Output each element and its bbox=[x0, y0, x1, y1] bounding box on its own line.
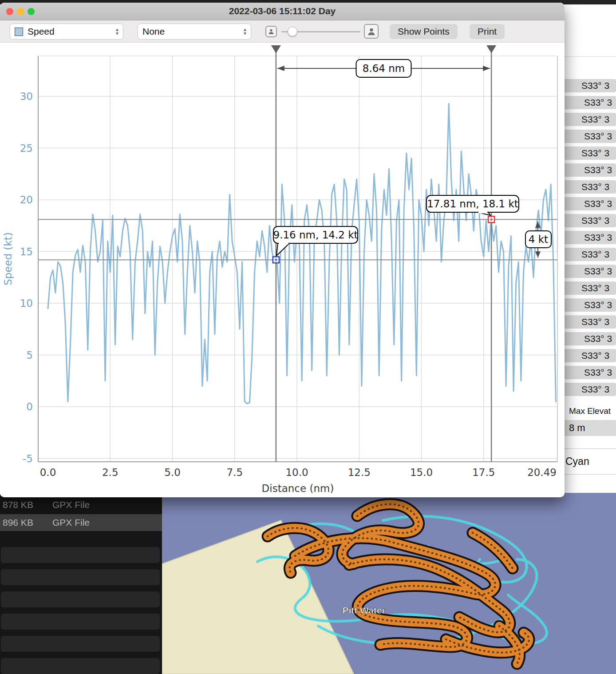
marker-handle[interactable] bbox=[271, 45, 281, 53]
coordinate-row[interactable]: S33° 3 bbox=[559, 298, 616, 312]
x-tick-label: 20.49 bbox=[527, 467, 557, 478]
coordinate-row[interactable]: S33° 3 bbox=[559, 383, 616, 396]
y-tick-label: 0 bbox=[26, 401, 33, 412]
file-row-placeholder[interactable] bbox=[1, 547, 160, 563]
file-list-panel: 878 KBGPX File896 KBGPX File bbox=[0, 493, 162, 674]
x-tick-label: 17.5 bbox=[472, 467, 495, 478]
x-tick-label: 5.0 bbox=[164, 467, 181, 478]
file-size: 896 KB bbox=[3, 514, 33, 531]
chevron-up-down-icon: ▴▾ bbox=[238, 28, 246, 36]
coordinate-row[interactable]: S33° 3 bbox=[559, 281, 616, 295]
coordinate-row[interactable]: S33° 3 bbox=[559, 180, 616, 194]
series-select[interactable]: Speed ▴▾ bbox=[10, 24, 123, 40]
arrowhead-left bbox=[277, 66, 284, 71]
panel-divider bbox=[559, 448, 616, 449]
max-elevation-label: Max Elevat bbox=[569, 406, 611, 416]
arrowhead-down bbox=[535, 251, 541, 258]
speed-series bbox=[48, 103, 556, 404]
y-tick-label: 30 bbox=[20, 91, 33, 102]
coordinate-row[interactable]: S33° 3 bbox=[559, 366, 616, 379]
toolbar: Speed ▴▾ None ▴▾ Show Points Print bbox=[0, 20, 565, 43]
y-axis-title: Speed (kt) bbox=[2, 232, 14, 285]
file-row-placeholder[interactable] bbox=[1, 591, 160, 607]
coordinate-row[interactable]: S33° 3 bbox=[559, 96, 616, 109]
coordinate-row[interactable]: S33° 3 bbox=[559, 197, 616, 210]
y-tick-label: 5 bbox=[26, 349, 33, 361]
x-tick-label: 0.0 bbox=[40, 467, 56, 478]
coordinate-row[interactable]: S33° 3 bbox=[559, 79, 616, 92]
marker-handle[interactable] bbox=[486, 45, 496, 53]
marker-callout-label: 9.16 nm, 14.2 kt bbox=[273, 229, 358, 241]
file-row-placeholder[interactable] bbox=[1, 614, 160, 630]
y-tick-label: 15 bbox=[20, 246, 33, 258]
coordinate-row[interactable]: S33° 3 bbox=[559, 113, 616, 126]
y-tick-label: 25 bbox=[20, 143, 33, 154]
file-size: 878 KB bbox=[3, 496, 33, 513]
map-canvas[interactable]: Pitt Water bbox=[162, 493, 616, 674]
panel-divider bbox=[559, 474, 616, 475]
coordinate-row[interactable]: S33° 3 bbox=[559, 163, 616, 177]
callout-tail-mask bbox=[478, 211, 487, 214]
show-points-button[interactable]: Show Points bbox=[390, 24, 458, 39]
point-size-slider[interactable] bbox=[281, 31, 360, 32]
measure-label: 8.64 nm bbox=[363, 63, 405, 74]
y-tick-label: 10 bbox=[20, 297, 33, 309]
overlay-select-value: None bbox=[142, 26, 165, 37]
chart-area[interactable]: 302520151050-50.02.55.07.510.012.515.017… bbox=[0, 43, 565, 496]
coordinate-row[interactable]: S33° 3 bbox=[559, 265, 616, 278]
file-type: GPX File bbox=[52, 496, 90, 513]
file-row[interactable]: 878 KBGPX File bbox=[0, 496, 162, 513]
coordinate-row[interactable]: S33° 3 bbox=[559, 349, 616, 362]
y-tick-label: 20 bbox=[20, 194, 33, 206]
coordinate-row[interactable]: S33° 3 bbox=[559, 248, 616, 261]
x-tick-label: 10.0 bbox=[285, 467, 308, 478]
map-place-label: Pitt Water bbox=[342, 605, 385, 615]
callout-tail-mask bbox=[279, 242, 288, 245]
marker-callout-label: 17.81 nm, 18.1 kt bbox=[427, 198, 518, 210]
chart-window: 2022-03-06 15:11:02 Day Speed ▴▾ None ▴▾… bbox=[0, 3, 565, 497]
coordinate-row[interactable]: S33° 3 bbox=[559, 315, 616, 329]
slider-knob[interactable] bbox=[288, 27, 297, 36]
y-tick-label: -5 bbox=[23, 453, 33, 464]
coordinate-row[interactable]: S33° 3 bbox=[559, 130, 616, 143]
x-tick-label: 12.5 bbox=[348, 467, 371, 478]
coordinate-row[interactable]: S33° 3 bbox=[559, 231, 616, 244]
titlebar[interactable]: 2022-03-06 15:11:02 Day bbox=[0, 3, 565, 20]
file-row-placeholder[interactable] bbox=[1, 569, 160, 585]
x-tick-label: 15.0 bbox=[410, 467, 433, 478]
x-tick-label: 2.5 bbox=[102, 467, 118, 478]
panel-divider bbox=[559, 56, 616, 57]
series-select-value: Speed bbox=[28, 26, 55, 37]
arrowhead-right bbox=[483, 66, 490, 71]
file-type: GPX File bbox=[52, 514, 90, 531]
coordinate-row-list: S33° 3S33° 3S33° 3S33° 3S33° 3S33° 3S33°… bbox=[559, 79, 616, 400]
person-large-icon bbox=[364, 24, 379, 39]
print-button[interactable]: Print bbox=[470, 24, 505, 39]
person-small-icon bbox=[265, 26, 277, 37]
coordinate-row[interactable]: S33° 3 bbox=[559, 214, 616, 227]
max-elevation-value: 8 m bbox=[559, 420, 616, 436]
file-row[interactable]: 896 KBGPX File bbox=[0, 514, 162, 531]
x-axis-title: Distance (nm) bbox=[262, 483, 334, 494]
chevron-up-down-icon: ▴▾ bbox=[111, 28, 118, 36]
speed-chart[interactable]: 302520151050-50.02.55.07.510.012.515.017… bbox=[0, 43, 565, 496]
series-color-swatch bbox=[15, 28, 23, 36]
window-title: 2022-03-06 15:11:02 Day bbox=[0, 6, 565, 16]
track-color-value[interactable]: Cyan bbox=[565, 456, 589, 468]
file-row-placeholder[interactable] bbox=[1, 658, 160, 674]
x-tick-label: 7.5 bbox=[226, 467, 243, 478]
map-view[interactable]: Pitt Water bbox=[162, 493, 616, 674]
coordinates-panel: S33° 3S33° 3S33° 3S33° 3S33° 3S33° 3S33°… bbox=[559, 4, 616, 493]
coordinate-row[interactable]: S33° 3 bbox=[559, 332, 616, 345]
callout-tail bbox=[276, 243, 289, 256]
file-row-placeholder[interactable] bbox=[1, 636, 160, 652]
delta-label: 4 kt bbox=[529, 234, 548, 245]
overlay-select[interactable]: None ▴▾ bbox=[138, 24, 251, 40]
coordinate-row[interactable]: S33° 3 bbox=[559, 147, 616, 160]
